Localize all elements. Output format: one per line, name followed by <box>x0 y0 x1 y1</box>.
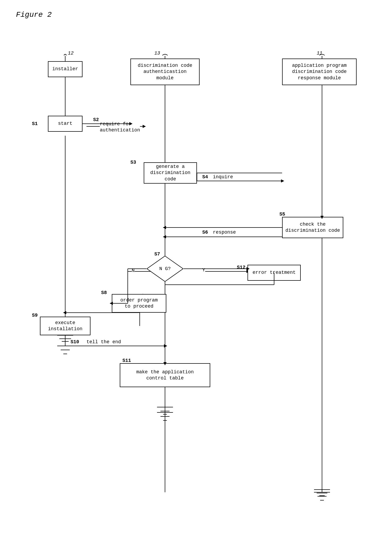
execute-install-box: execute installation <box>40 317 90 335</box>
step-s11: S11 <box>122 358 131 363</box>
page-title: Figure 2 <box>16 11 52 19</box>
step-s2: S2 <box>93 117 99 122</box>
error-treat-box: error treatment <box>247 265 301 281</box>
svg-marker-2 <box>143 125 146 128</box>
step-s5: S5 <box>279 212 285 217</box>
y-label: Y <box>202 267 205 273</box>
svg-marker-20 <box>164 344 167 348</box>
start-box: start <box>48 116 82 132</box>
s2-label: require forauthentication <box>100 121 140 134</box>
svg-marker-48 <box>163 226 166 229</box>
gen-disc-box: generate a discrimination code <box>144 162 197 184</box>
step-s8: S8 <box>101 290 107 295</box>
order-prog-box: order program to proceed <box>112 294 166 313</box>
make-app-box: make the application control table <box>120 363 210 387</box>
step-s4: S4 <box>202 174 208 180</box>
s6-label: response <box>213 230 236 235</box>
app-prog-box: application program discrimination code … <box>282 59 357 85</box>
ref-13: 13 <box>154 51 160 56</box>
svg-marker-10 <box>163 235 166 238</box>
s4-label: inquire <box>213 174 233 180</box>
svg-marker-6 <box>281 179 284 183</box>
ng-diamond-wrapper: N G? <box>146 255 184 282</box>
step-s1: S1 <box>32 121 38 126</box>
svg-marker-56 <box>63 311 66 314</box>
step-s6: S6 <box>202 230 208 235</box>
installer-box: installer <box>48 61 82 77</box>
n-label: N <box>132 268 135 273</box>
svg-marker-59 <box>164 344 167 348</box>
step-s3: S3 <box>130 160 136 165</box>
disc-auth-box: discrimination code authenticastion modu… <box>130 59 200 85</box>
check-disc-box: check the discrimination code <box>282 217 343 238</box>
s10-label: tell the end <box>86 339 121 345</box>
step-s10: S10 <box>71 339 79 345</box>
step-s12: S12 <box>237 265 245 270</box>
ng-label: N G? <box>146 266 184 271</box>
ref-11: 11 <box>317 51 323 56</box>
step-s9: S9 <box>32 313 38 318</box>
ref-12: 12 <box>68 51 74 56</box>
